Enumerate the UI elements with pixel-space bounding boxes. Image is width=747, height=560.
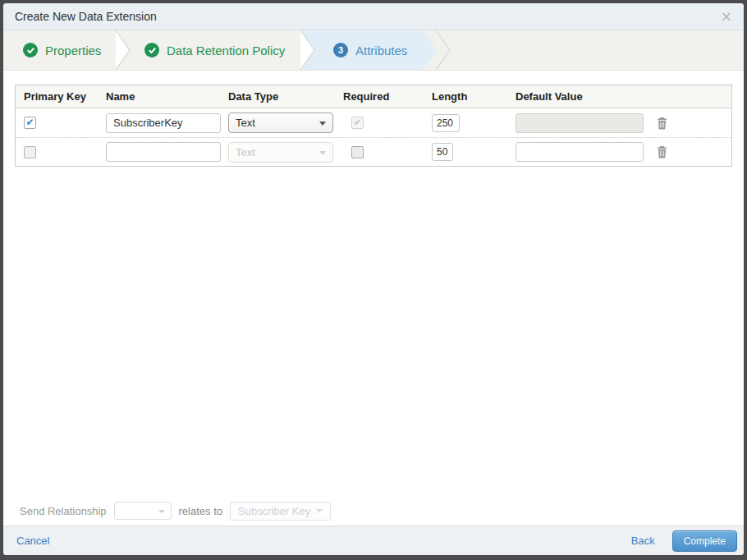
length-input[interactable] bbox=[432, 143, 453, 161]
step-separator-chevron bbox=[116, 30, 131, 70]
step-attributes[interactable]: 3 Attributes bbox=[333, 30, 407, 70]
attributes-table-header: Primary Key Name Data Type Required Leng… bbox=[16, 85, 731, 108]
primary-key-checkbox[interactable]: ✔ bbox=[24, 117, 36, 129]
close-icon[interactable]: × bbox=[721, 10, 732, 24]
step-number-badge: 3 bbox=[333, 43, 348, 57]
field-name-input[interactable] bbox=[106, 142, 221, 162]
wizard-stepbar: Properties Data Retention Policy 3 Attri… bbox=[3, 30, 744, 71]
default-value-input bbox=[516, 113, 644, 133]
modal-titlebar: Create New Data Extension × bbox=[3, 3, 744, 30]
attributes-table: Primary Key Name Data Type Required Leng… bbox=[15, 85, 732, 167]
chevron-down-icon bbox=[319, 122, 326, 126]
data-type-select: Text bbox=[228, 142, 333, 163]
step-label: Attributes bbox=[355, 44, 407, 57]
header-primary-key: Primary Key bbox=[24, 90, 106, 103]
data-type-select[interactable]: Text bbox=[228, 112, 333, 133]
attribute-row-2: Text bbox=[16, 138, 731, 166]
delete-row-button[interactable] bbox=[656, 117, 668, 130]
check-icon: ✔ bbox=[25, 117, 34, 127]
relates-to-target-button: Subscriber Key bbox=[230, 502, 331, 521]
step-separator-chevron bbox=[436, 30, 451, 70]
check-icon: ✔ bbox=[353, 117, 361, 127]
step-label: Properties bbox=[45, 44, 101, 57]
relates-to-label: relates to bbox=[179, 505, 222, 517]
step-properties[interactable]: Properties bbox=[23, 30, 101, 70]
data-type-selected-value: Text bbox=[236, 146, 255, 158]
modal-content: Primary Key Name Data Type Required Leng… bbox=[3, 71, 744, 496]
header-name: Name bbox=[106, 90, 228, 103]
data-type-selected-value: Text bbox=[236, 117, 255, 129]
send-relationship-row: Send Relationship relates to Subscriber … bbox=[3, 496, 744, 526]
step-separator-chevron bbox=[300, 30, 315, 70]
modal-title: Create New Data Extension bbox=[15, 10, 157, 23]
field-name-input[interactable] bbox=[106, 113, 221, 133]
relates-to-target-value: Subscriber Key bbox=[238, 505, 310, 517]
step-data-retention-policy[interactable]: Data Retention Policy bbox=[144, 30, 285, 70]
attribute-row-1: ✔ Text ✔ bbox=[16, 108, 731, 138]
back-link[interactable]: Back bbox=[631, 535, 655, 547]
step-complete-check-icon bbox=[23, 43, 38, 57]
chevron-down-icon bbox=[158, 510, 165, 513]
modal-footer: Cancel Back Complete bbox=[3, 526, 744, 555]
header-length: Length bbox=[432, 90, 516, 103]
required-checkbox: ✔ bbox=[351, 117, 364, 129]
send-relationship-label: Send Relationship bbox=[20, 505, 107, 517]
header-required: Required bbox=[343, 90, 432, 103]
step-complete-check-icon bbox=[144, 43, 159, 57]
create-data-extension-modal: Create New Data Extension × Properties bbox=[3, 3, 744, 555]
chevron-down-icon bbox=[319, 151, 326, 155]
step-label: Data Retention Policy bbox=[167, 44, 285, 57]
complete-button[interactable]: Complete bbox=[672, 530, 737, 552]
primary-key-checkbox[interactable] bbox=[24, 146, 36, 158]
trash-icon bbox=[656, 117, 668, 130]
cancel-link[interactable]: Cancel bbox=[16, 535, 49, 547]
trash-icon bbox=[656, 145, 668, 158]
header-default-value: Default Value bbox=[516, 90, 649, 103]
chevron-down-icon bbox=[316, 509, 323, 512]
default-value-input[interactable] bbox=[516, 142, 644, 162]
send-relationship-select bbox=[114, 502, 172, 520]
delete-row-button[interactable] bbox=[656, 145, 668, 158]
header-data-type: Data Type bbox=[228, 90, 343, 103]
length-input[interactable] bbox=[432, 114, 460, 132]
required-checkbox[interactable] bbox=[351, 146, 364, 158]
